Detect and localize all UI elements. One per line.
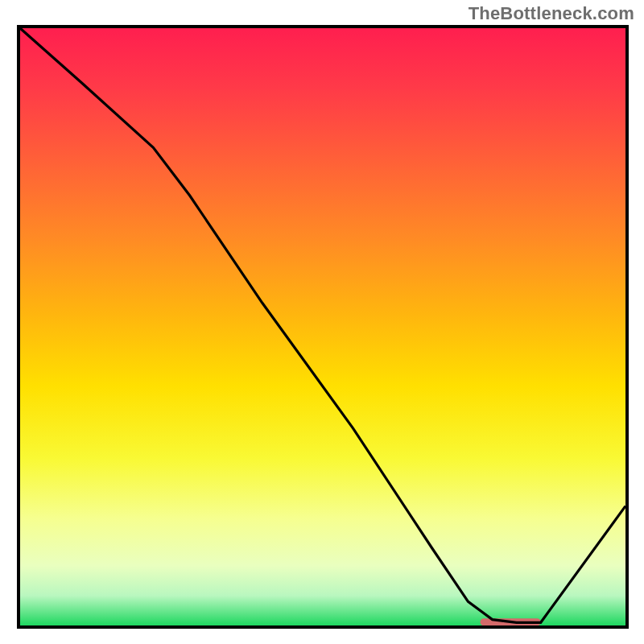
chart-frame: TheBottleneck.com <box>0 0 644 644</box>
chart-svg <box>20 28 625 625</box>
plot-area <box>17 25 629 629</box>
watermark-text: TheBottleneck.com <box>469 3 634 24</box>
gradient-background <box>20 28 625 625</box>
